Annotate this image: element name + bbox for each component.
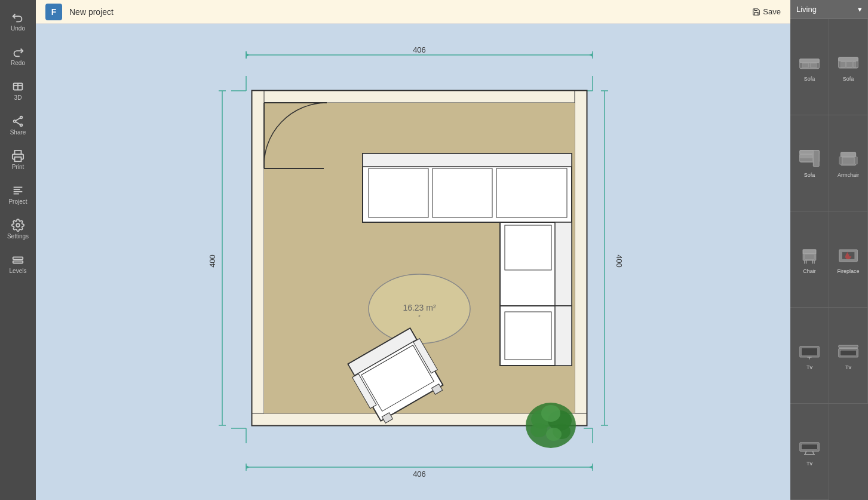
tv1-label: Tv: [806, 364, 812, 370]
save-button[interactable]: Save: [752, 7, 781, 16]
svg-line-126: [812, 451, 814, 454]
svg-text:406: 406: [413, 45, 426, 54]
svg-rect-15: [13, 257, 23, 259]
svg-rect-101: [800, 155, 813, 158]
svg-rect-105: [839, 157, 842, 164]
top-bar-left: F New project: [45, 4, 114, 20]
share-button[interactable]: Share: [2, 109, 34, 141]
svg-point-83: [546, 428, 562, 441]
furniture-grid: Sofa Sofa Sofa: [790, 19, 868, 500]
redo-button[interactable]: Redo: [2, 39, 34, 72]
svg-point-81: [530, 423, 547, 437]
svg-rect-93: [846, 62, 852, 67]
svg-rect-109: [805, 254, 814, 259]
tv3-label: Tv: [806, 461, 812, 467]
svg-rect-95: [839, 61, 841, 68]
3d-button[interactable]: 3D: [2, 74, 34, 106]
svg-point-80: [541, 405, 560, 422]
armchair-label: Armchair: [838, 172, 859, 178]
furniture-fireplace[interactable]: Fireplace: [829, 211, 868, 308]
svg-point-5: [20, 124, 23, 126]
furniture-sofa1[interactable]: Sofa: [790, 19, 829, 115]
svg-point-3: [20, 116, 23, 118]
svg-marker-33: [246, 53, 250, 57]
svg-text:406: 406: [413, 470, 426, 478]
svg-rect-47: [252, 91, 587, 103]
furniture-tv2[interactable]: Tv: [829, 308, 868, 404]
save-label: Save: [763, 7, 781, 16]
svg-rect-65: [555, 222, 572, 309]
svg-rect-8: [15, 157, 22, 161]
svg-rect-85: [800, 59, 819, 63]
project-button[interactable]: Project: [2, 178, 34, 210]
svg-rect-89: [817, 63, 820, 68]
svg-marker-35: [246, 465, 250, 469]
sofa1-label: Sofa: [804, 76, 815, 82]
svg-rect-69: [505, 312, 551, 360]
svg-rect-122: [841, 350, 857, 355]
svg-rect-120: [839, 345, 858, 348]
svg-point-13: [16, 223, 20, 227]
svg-rect-63: [496, 168, 567, 217]
svg-line-7: [16, 121, 20, 124]
svg-marker-34: [589, 53, 593, 57]
svg-line-125: [805, 451, 806, 454]
sofa3-label: Sofa: [804, 172, 815, 178]
svg-rect-61: [369, 168, 428, 217]
svg-rect-91: [839, 57, 858, 61]
levels-button[interactable]: Levels: [2, 247, 34, 280]
svg-rect-103: [841, 152, 855, 157]
svg-marker-36: [589, 465, 593, 469]
svg-text:16.23 m²: 16.23 m²: [403, 303, 436, 312]
sofa2-label: Sofa: [843, 76, 854, 82]
svg-rect-108: [803, 250, 816, 253]
right-panel: Living ▾ Sofa: [790, 0, 868, 500]
app-logo: F: [45, 4, 62, 20]
furniture-armchair[interactable]: Armchair: [829, 115, 868, 211]
undo-button[interactable]: Undo: [2, 5, 34, 37]
svg-rect-104: [842, 157, 854, 164]
left-toolbar: Undo Redo 3D Share: [0, 0, 36, 500]
svg-rect-48: [252, 91, 264, 425]
chair-label: Chair: [803, 268, 816, 274]
svg-text:400: 400: [208, 254, 217, 268]
svg-rect-68: [555, 306, 572, 366]
svg-rect-62: [433, 168, 492, 217]
svg-text:400: 400: [615, 254, 624, 268]
floor-plan: 406 406 400 400: [198, 43, 628, 481]
print-button[interactable]: Print: [2, 143, 34, 176]
fireplace-label: Fireplace: [837, 268, 859, 274]
svg-rect-117: [802, 348, 818, 356]
svg-rect-96: [856, 61, 858, 68]
svg-line-6: [16, 118, 20, 121]
svg-rect-49: [575, 91, 587, 425]
svg-rect-106: [855, 157, 858, 164]
canvas-area[interactable]: 406 406 400 400: [36, 24, 790, 500]
tv2-label: Tv: [845, 364, 851, 370]
svg-rect-66: [505, 225, 551, 270]
main-area: F New project Save 406: [36, 0, 790, 500]
furniture-chair[interactable]: Chair: [790, 211, 829, 308]
project-title: New project: [69, 7, 114, 17]
svg-rect-52: [264, 103, 324, 168]
category-dropdown[interactable]: Living ▾: [790, 0, 868, 19]
furniture-tv3[interactable]: Tv: [790, 404, 829, 500]
svg-rect-88: [800, 63, 803, 68]
svg-rect-14: [13, 260, 23, 263]
top-bar: F New project Save: [36, 0, 790, 24]
furniture-sofa3[interactable]: Sofa: [790, 115, 829, 211]
chevron-down-icon: ▾: [858, 5, 862, 14]
category-label: Living: [796, 5, 817, 14]
svg-rect-124: [802, 444, 818, 450]
svg-rect-60: [363, 154, 572, 167]
svg-point-4: [14, 120, 16, 122]
settings-button[interactable]: Settings: [2, 213, 34, 245]
furniture-sofa2[interactable]: Sofa: [829, 19, 868, 115]
svg-rect-99: [813, 151, 819, 167]
furniture-tv1[interactable]: Tv: [790, 308, 829, 404]
svg-rect-92: [841, 62, 846, 67]
